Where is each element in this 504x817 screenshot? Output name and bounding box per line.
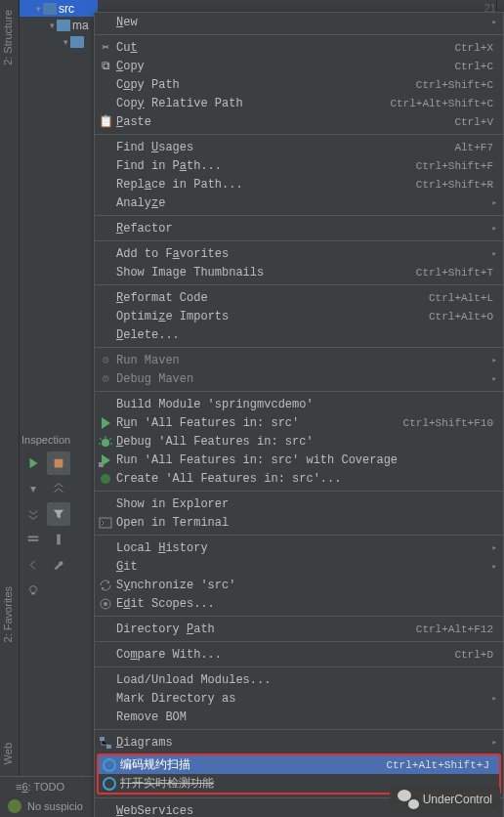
chevron-right-icon: ▸ — [492, 542, 497, 553]
paste-icon: 📋 — [98, 114, 113, 130]
scopes-icon — [98, 596, 113, 612]
chevron-down-icon: ▾ — [33, 4, 43, 14]
maven-icon: ⚙ — [98, 353, 113, 368]
menu-compare-with[interactable]: Compare With...Ctrl+D — [95, 645, 503, 664]
separator — [95, 34, 503, 35]
menu-copy-relative-path[interactable]: Copy Relative PathCtrl+Alt+Shift+C — [95, 94, 503, 112]
collapse-all-icon[interactable] — [21, 502, 45, 526]
separator — [95, 535, 503, 536]
svg-rect-5 — [31, 593, 35, 595]
menu-synchronize[interactable]: Synchronize 'src' — [95, 576, 503, 594]
menu-coding-scan[interactable]: 编码规约扫描Ctrl+Alt+Shift+J — [99, 755, 499, 774]
tree-node[interactable]: ▾ ma — [20, 17, 98, 33]
menu-git[interactable]: Git▸ — [95, 557, 503, 576]
chevron-right-icon: ▸ — [492, 248, 497, 259]
menu-reformat-code[interactable]: Reformat CodeCtrl+Alt+L — [95, 288, 503, 307]
svg-rect-12 — [100, 737, 105, 741]
folder-icon — [57, 20, 70, 31]
menu-refactor[interactable]: Refactor▸ — [95, 219, 503, 237]
svg-point-4 — [30, 586, 37, 593]
separator — [95, 616, 503, 617]
folder-icon — [43, 3, 57, 15]
chevron-down-icon: ▾ — [61, 37, 70, 47]
menu-local-history[interactable]: Local History▸ — [95, 538, 503, 557]
menu-copy-path[interactable]: Copy PathCtrl+Shift+C — [95, 75, 503, 94]
menu-show-in-explorer[interactable]: Show in Explorer — [95, 494, 503, 513]
menu-directory-path[interactable]: Directory PathCtrl+Alt+F12 — [95, 620, 503, 638]
menu-show-image-thumbnails[interactable]: Show Image ThumbnailsCtrl+Shift+T — [95, 263, 503, 281]
svg-rect-0 — [55, 459, 63, 468]
menu-replace-in-path[interactable]: Replace in Path...Ctrl+Shift+R — [95, 175, 503, 194]
chevron-down-icon: ▾ — [47, 21, 57, 30]
separator — [95, 134, 503, 135]
play-icon — [98, 415, 113, 431]
menu-analyze[interactable]: Analyze▸ — [95, 194, 503, 212]
menu-build-module[interactable]: Build Module 'springmvcdemo' — [95, 395, 503, 413]
cucumber-icon — [98, 471, 113, 487]
menu-debug-all-features[interactable]: Debug 'All Features in: src' — [95, 432, 503, 451]
nav-left-icon[interactable] — [21, 553, 45, 577]
menu-create-run-config[interactable]: Create 'All Features in: src'... — [95, 469, 503, 488]
context-menu: New▸ ✂CutCtrl+X ⧉CopyCtrl+C Copy PathCtr… — [94, 12, 504, 817]
svg-rect-9 — [100, 518, 111, 528]
tab-structure[interactable]: 2: Structure — [2, 10, 14, 65]
sync-icon — [98, 578, 113, 593]
copy-icon: ⧉ — [98, 59, 113, 74]
fix-icon[interactable] — [47, 528, 70, 551]
separator — [95, 240, 503, 241]
lightbulb-icon[interactable] — [21, 579, 45, 602]
wechat-icon — [398, 790, 419, 809]
menu-optimize-imports[interactable]: Optimize ImportsCtrl+Alt+O — [95, 307, 503, 325]
chevron-down-icon[interactable]: ▾ — [21, 477, 45, 500]
menu-find-usages[interactable]: Find UsagesAlt+F7 — [95, 138, 503, 156]
menu-cut[interactable]: ✂CutCtrl+X — [95, 38, 503, 57]
cut-icon: ✂ — [98, 40, 113, 56]
status-ok-icon — [8, 799, 21, 813]
svg-point-8 — [101, 474, 110, 484]
menu-copy[interactable]: ⧉CopyCtrl+C — [95, 57, 503, 75]
chevron-right-icon: ▸ — [492, 693, 497, 704]
menu-run-with-coverage[interactable]: Run 'All Features in: src' with Coverage — [95, 451, 503, 469]
play-icon[interactable] — [21, 452, 45, 475]
menu-debug-maven[interactable]: ⚙Debug Maven▸ — [95, 369, 503, 388]
menu-edit-scopes[interactable]: Edit Scopes... — [95, 594, 503, 613]
menu-diagrams[interactable]: Diagrams▸ — [95, 733, 503, 752]
project-tree[interactable]: ▾ src ▾ ma ▾ — [20, 0, 98, 430]
left-tool-rail: 2: Structure 2: Favorites Web — [0, 0, 20, 817]
svg-rect-2 — [28, 539, 39, 541]
tab-favorites[interactable]: 2: Favorites — [2, 586, 14, 642]
wrench-icon[interactable] — [47, 553, 70, 577]
menu-run-all-features[interactable]: Run 'All Features in: src'Ctrl+Shift+F10 — [95, 413, 503, 432]
chevron-right-icon: ▸ — [492, 561, 497, 572]
stack-icon[interactable] — [47, 452, 70, 475]
menu-delete[interactable]: Delete... — [95, 325, 503, 344]
separator — [95, 284, 503, 285]
svg-rect-7 — [99, 462, 104, 467]
bug-icon — [98, 434, 113, 450]
separator — [95, 641, 503, 642]
menu-find-in-path[interactable]: Find in Path...Ctrl+Shift+F — [95, 156, 503, 175]
inspection-toolbar: ▾ — [20, 450, 94, 604]
diagram-icon — [98, 735, 113, 751]
bar-icon[interactable] — [21, 528, 45, 551]
menu-mark-directory-as[interactable]: Mark Directory as▸ — [95, 689, 503, 708]
menu-run-maven[interactable]: ⚙Run Maven▸ — [95, 351, 503, 369]
menu-open-in-terminal[interactable]: Open in Terminal — [95, 513, 503, 532]
menu-load-unload-modules[interactable]: Load/Unload Modules... — [95, 670, 503, 689]
menu-new[interactable]: New▸ — [95, 13, 503, 31]
chevron-right-icon: ▸ — [492, 355, 497, 366]
folder-icon — [70, 36, 84, 48]
chevron-right-icon: ▸ — [492, 197, 497, 208]
menu-add-to-favorites[interactable]: Add to Favorites▸ — [95, 244, 503, 263]
tree-label: src — [59, 2, 74, 16]
tab-web[interactable]: Web — [2, 743, 14, 764]
menu-paste[interactable]: 📋PasteCtrl+V — [95, 112, 503, 131]
menu-remove-bom[interactable]: Remove BOM — [95, 708, 503, 726]
chevron-right-icon: ▸ — [492, 223, 497, 234]
status-text: No suspicio — [27, 800, 83, 812]
tree-node[interactable]: ▾ — [20, 33, 98, 50]
filter-icon[interactable] — [47, 502, 70, 526]
inspection-title: Inspection — [20, 430, 94, 450]
tree-node-src[interactable]: ▾ src — [20, 0, 98, 17]
expand-all-icon[interactable] — [47, 477, 70, 500]
